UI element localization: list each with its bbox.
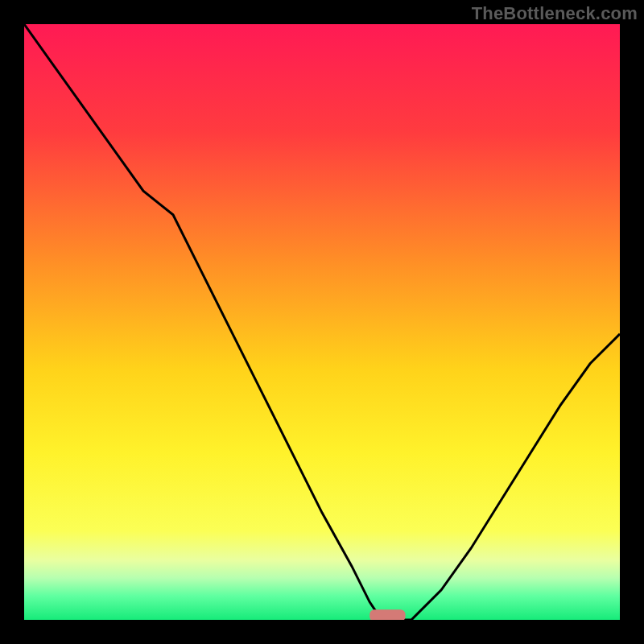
watermark-text: TheBottleneck.com — [472, 3, 638, 24]
plot-area — [24, 24, 620, 620]
bottleneck-chart — [24, 24, 620, 620]
optimal-marker — [369, 609, 405, 620]
gradient-background — [24, 24, 620, 620]
chart-frame: TheBottleneck.com — [0, 0, 644, 644]
